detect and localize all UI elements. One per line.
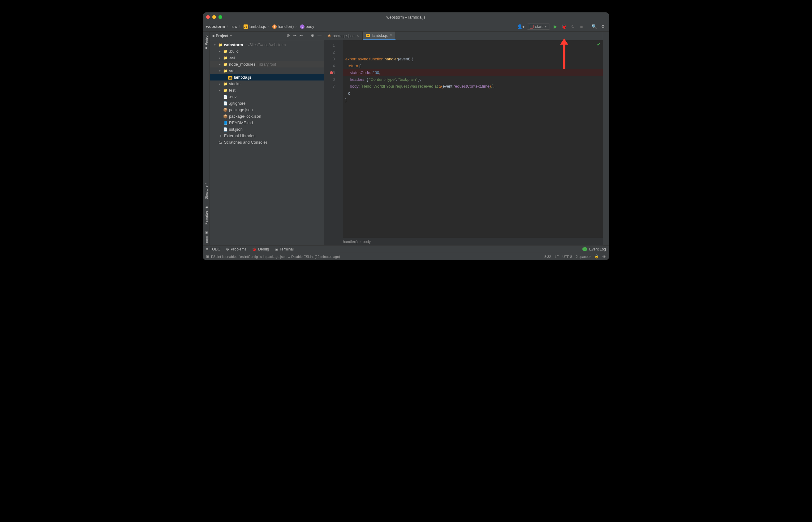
favorites-tool-button[interactable]: Favorites ★	[204, 205, 208, 224]
inspection-ok-icon[interactable]: ✔	[597, 42, 600, 47]
close-tab-icon[interactable]: ✕	[390, 34, 392, 38]
tree-item[interactable]: 📄.gitignore	[210, 100, 324, 106]
project-tool-button[interactable]: ■ Project	[205, 35, 208, 50]
tab-label: lambda.js	[372, 34, 388, 38]
notifications-icon[interactable]: 👁	[603, 255, 606, 259]
breadcrumb-item[interactable]: src	[231, 24, 237, 29]
md-icon: 📘	[223, 121, 228, 125]
editor-breadcrumb: handler() › body	[324, 238, 603, 245]
sidebar-title[interactable]: ■ Project ▼	[212, 34, 232, 38]
event-log-button[interactable]: Event Log	[589, 247, 606, 252]
tree-item-label: .env	[229, 95, 237, 99]
settings-icon[interactable]: ⚙	[311, 33, 314, 39]
expand-all-icon[interactable]: ⇥	[293, 33, 296, 39]
project-tree[interactable]: ▾📁webstorm~/Sites/fwang/webstorm▸📁.build…	[210, 40, 324, 245]
status-message[interactable]: ▣ ESLint is enabled: 'eslintConfig' is i…	[206, 255, 340, 259]
indent-setting[interactable]: 2 spaces*	[576, 255, 591, 259]
scratch-icon: 🗂	[218, 140, 223, 145]
breadcrumb-separator: 〉	[267, 24, 271, 29]
todo-tool-button[interactable]: ≡ TODO	[206, 247, 220, 252]
breadcrumb-item[interactable]: handler()	[343, 240, 358, 244]
tree-item-label: test	[229, 88, 235, 93]
debug-button[interactable]: 🐞	[561, 24, 567, 29]
toolbar-right: 👤▾ start ▼ ▶ 🐞 ↻ ■ 🔍 ⚙	[517, 23, 606, 30]
project-sidebar: ■ Project ▼ ⊕ ⇥ ⇤ ⚙ — ▾📁webstorm~/Sites/…	[210, 32, 324, 245]
breadcrumb-separator: 〉	[238, 24, 242, 29]
breadcrumb-item[interactable]: webstorm	[206, 24, 225, 29]
sidebar-header: ■ Project ▼ ⊕ ⇥ ⇤ ⚙ —	[210, 32, 324, 40]
run-with-coverage-button[interactable]: ↻	[570, 24, 576, 29]
close-tab-icon[interactable]: ✕	[356, 34, 359, 38]
settings-button[interactable]: ⚙	[600, 24, 606, 29]
code-editor[interactable]: 1234567 export async function handler(ev…	[324, 40, 603, 238]
breadcrumb-item[interactable]: body	[363, 240, 371, 244]
tree-item[interactable]: 📄.env	[210, 94, 324, 100]
problems-tool-button[interactable]: ⊘ Problems	[226, 247, 246, 252]
lib-icon: ⫴	[218, 134, 223, 138]
npm-tool-button[interactable]: npm ▣	[204, 231, 208, 243]
tree-item-label: stacks	[229, 81, 241, 86]
account-icon[interactable]: 👤▾	[517, 24, 524, 29]
tree-item-label: package.json	[229, 107, 253, 112]
chevron-icon: ▾	[218, 69, 222, 73]
tree-item[interactable]: ▸📁stacks	[210, 80, 324, 87]
property-icon: p	[300, 24, 305, 29]
tree-item[interactable]: 📦package.json	[210, 106, 324, 113]
tree-item-label: README.md	[229, 120, 253, 125]
right-tool-rail	[603, 32, 609, 245]
breadcrumb-item[interactable]: JSlambda.js	[244, 24, 266, 29]
hide-panel-icon[interactable]: —	[317, 33, 321, 39]
breakpoint-icon[interactable]	[330, 71, 333, 74]
tree-item-label: lambda.js	[234, 75, 251, 80]
tree-item[interactable]: 🗂Scratches and Consoles	[210, 139, 324, 145]
search-everywhere-button[interactable]: 🔍	[591, 24, 597, 29]
gutter[interactable]: 1234567	[324, 40, 343, 238]
tree-item[interactable]: ▾📁src	[210, 67, 324, 74]
run-configuration-selector[interactable]: start ▼	[527, 23, 550, 30]
folder-icon: 📁	[223, 49, 228, 54]
chevron-icon: ▸	[218, 50, 222, 53]
run-config-label: start	[535, 24, 542, 29]
breadcrumb-item[interactable]: fhandler()	[272, 24, 294, 29]
structure-tool-button[interactable]: Structure ⠇	[204, 182, 208, 199]
separator	[588, 24, 588, 29]
cursor-position[interactable]: 5:32	[544, 255, 551, 259]
tree-item[interactable]: ▸📁.build	[210, 48, 324, 55]
tree-item-label: package-lock.json	[229, 114, 261, 119]
tree-item-label: Scratches and Consoles	[224, 140, 268, 145]
lock-icon[interactable]: 🔓	[595, 255, 599, 259]
tree-item[interactable]: 📄sst.json	[210, 126, 324, 133]
breadcrumb-label: webstorm	[206, 24, 225, 29]
stop-button[interactable]: ■	[578, 24, 585, 29]
tree-item[interactable]: JSlambda.js	[210, 74, 324, 80]
file-icon: 📄	[223, 95, 228, 99]
code-content[interactable]: export async function handler(event) { r…	[343, 40, 603, 238]
collapse-all-icon[interactable]: ⇤	[299, 33, 303, 39]
select-opened-file-icon[interactable]: ⊕	[287, 33, 290, 39]
breadcrumb-label: handler()	[277, 24, 294, 29]
tab-lambda-js[interactable]: JS lambda.js ✕	[363, 32, 396, 40]
tree-item[interactable]: ▸📁node_moduleslibrary root	[210, 61, 324, 67]
terminal-tool-button[interactable]: ▣ Terminal	[275, 247, 294, 252]
tab-label: package.json	[333, 34, 355, 38]
tree-item[interactable]: ⫴External Libraries	[210, 133, 324, 139]
tree-item-tag: library root	[258, 62, 276, 66]
line-ending[interactable]: LF	[555, 255, 559, 259]
tree-item[interactable]: 📦package-lock.json	[210, 113, 324, 120]
window-title: webstorm – lambda.js	[387, 15, 425, 20]
debug-tool-button[interactable]: 🐞 Debug	[252, 247, 269, 252]
tree-item-label: .build	[229, 49, 238, 54]
close-window-button[interactable]	[206, 15, 210, 19]
tree-item[interactable]: ▸📁test	[210, 87, 324, 94]
minimize-window-button[interactable]	[212, 15, 216, 19]
editor-area: 📦 package.json ✕ JS lambda.js ✕ 1234567 …	[324, 32, 603, 245]
breadcrumb-item[interactable]: pbody	[300, 24, 314, 29]
tree-item[interactable]: ▸📁.sst	[210, 55, 324, 61]
tree-item-label: webstorm	[224, 42, 243, 47]
tree-item[interactable]: 📘README.md	[210, 120, 324, 126]
tab-package-json[interactable]: 📦 package.json ✕	[324, 32, 363, 40]
tree-item[interactable]: ▾📁webstorm~/Sites/fwang/webstorm	[210, 41, 324, 48]
encoding[interactable]: UTF-8	[563, 255, 572, 259]
maximize-window-button[interactable]	[218, 15, 222, 19]
run-button[interactable]: ▶	[553, 24, 559, 29]
